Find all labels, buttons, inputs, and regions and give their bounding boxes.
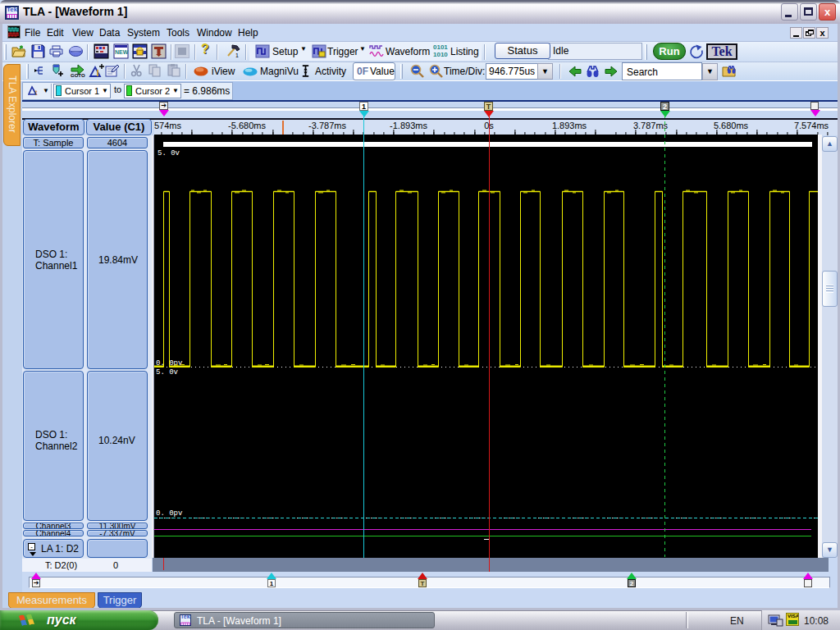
svg-text:5. 0v: 5. 0v bbox=[158, 149, 180, 158]
svg-text:0. 0pv: 0. 0pv bbox=[156, 509, 183, 518]
svg-text:1: 1 bbox=[235, 52, 239, 58]
svg-text:t: t bbox=[35, 89, 38, 97]
svg-text:5. 0v: 5. 0v bbox=[156, 368, 179, 377]
svg-text:NEW: NEW bbox=[115, 49, 129, 55]
svg-text:GOTO: GOTO bbox=[71, 73, 85, 78]
